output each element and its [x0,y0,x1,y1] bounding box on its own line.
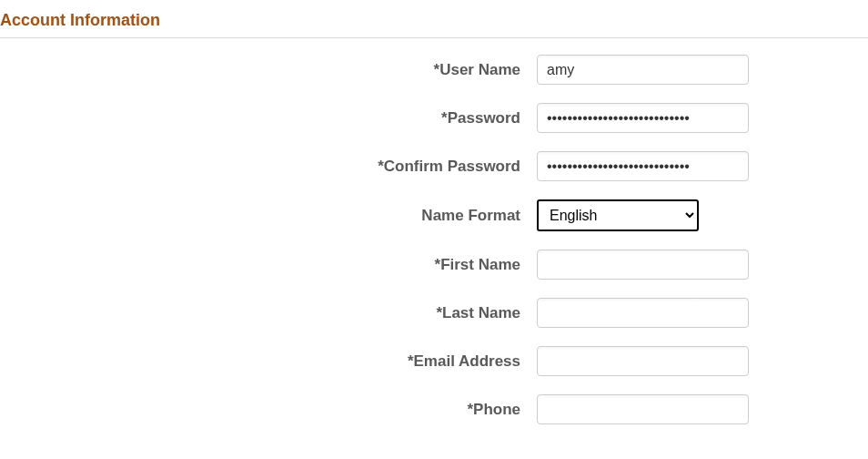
email-row: *Email Address [0,346,868,376]
username-row: *User Name [0,55,868,85]
first-name-label: *First Name [0,256,537,274]
phone-label: *Phone [0,401,537,419]
confirm-password-input[interactable] [537,151,749,181]
name-format-select[interactable]: English [537,199,699,231]
confirm-password-label: *Confirm Password [0,158,537,176]
password-label: *Password [0,109,537,128]
name-format-label: Name Format [0,207,537,225]
first-name-input[interactable] [537,250,749,280]
password-row: *Password [0,103,868,133]
account-form: *User Name *Password *Confirm Password N… [0,55,868,424]
last-name-row: *Last Name [0,298,868,328]
name-format-row: Name Format English [0,199,868,231]
section-title: Account Information [0,0,868,38]
email-input[interactable] [537,346,749,376]
phone-row: *Phone [0,394,868,424]
password-input[interactable] [537,103,749,133]
username-input[interactable] [537,55,749,85]
last-name-label: *Last Name [0,304,537,322]
username-label: *User Name [0,61,537,79]
email-label: *Email Address [0,352,537,371]
last-name-input[interactable] [537,298,749,328]
confirm-password-row: *Confirm Password [0,151,868,181]
phone-input[interactable] [537,394,749,424]
first-name-row: *First Name [0,250,868,280]
